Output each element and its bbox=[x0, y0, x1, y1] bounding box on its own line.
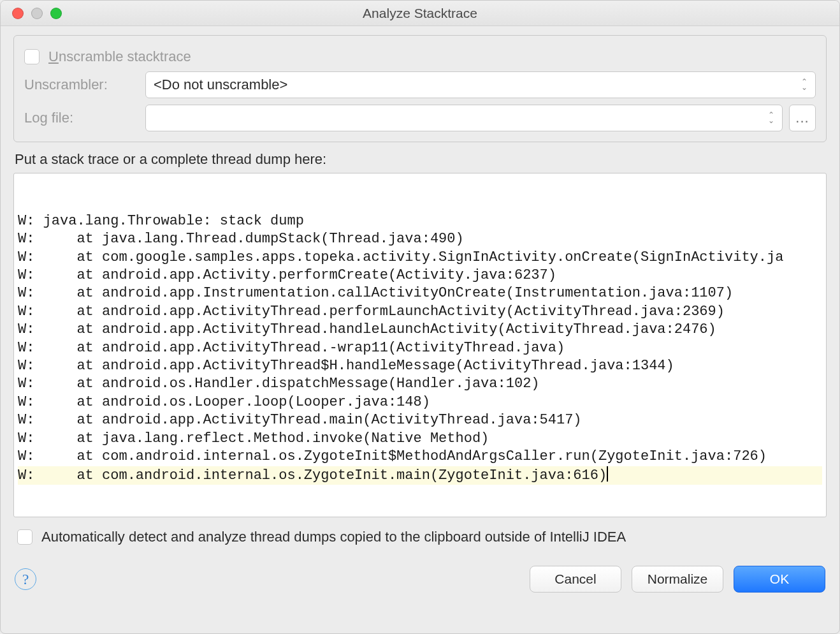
stacktrace-line: W: at android.app.ActivityThread.main(Ac… bbox=[18, 411, 822, 429]
stacktrace-line: W: at java.lang.Thread.dumpStack(Thread.… bbox=[18, 230, 822, 248]
stacktrace-line: W: at android.os.Looper.loop(Looper.java… bbox=[18, 394, 822, 411]
normalize-button[interactable]: Normalize bbox=[632, 566, 723, 593]
dialog-footer: ? Cancel Normalize OK bbox=[1, 557, 839, 593]
stacktrace-line: W: java.lang.Throwable: stack dump bbox=[18, 212, 822, 230]
browse-button[interactable]: ... bbox=[789, 105, 816, 131]
auto-detect-label: Automatically detect and analyze thread … bbox=[41, 529, 626, 545]
stacktrace-line: W: at java.lang.reflect.Method.invoke(Na… bbox=[18, 430, 822, 448]
stacktrace-line: W: at android.app.Activity.performCreate… bbox=[18, 267, 822, 284]
options-panel: Unscramble stacktrace Unscrambler: <Do n… bbox=[13, 35, 827, 142]
text-cursor bbox=[607, 466, 608, 482]
stacktrace-textarea[interactable]: W: java.lang.Throwable: stack dumpW: at … bbox=[13, 173, 827, 517]
unscrambler-value: <Do not unscramble> bbox=[154, 77, 287, 93]
stacktrace-line: W: at android.app.Instrumentation.callAc… bbox=[18, 284, 822, 302]
window-title: Analyze Stacktrace bbox=[1, 6, 839, 21]
logfile-input[interactable]: ⌃⌄ bbox=[145, 105, 783, 131]
unscramble-label: Unscramble stacktrace bbox=[48, 48, 191, 65]
stacktrace-line: W: at android.os.Handler.dispatchMessage… bbox=[18, 375, 822, 393]
unscrambler-label: Unscrambler: bbox=[24, 77, 145, 93]
logfile-label: Log file: bbox=[24, 110, 145, 126]
stacktrace-hint: Put a stack trace or a complete thread d… bbox=[15, 151, 825, 168]
cancel-button[interactable]: Cancel bbox=[530, 566, 621, 593]
stacktrace-line: W: at com.android.internal.os.ZygoteInit… bbox=[18, 448, 822, 466]
stacktrace-line: W: at android.app.ActivityThread.perform… bbox=[18, 303, 822, 321]
stacktrace-line: W: at com.google.samples.apps.topeka.act… bbox=[18, 249, 822, 267]
chevron-updown-icon: ⌃⌄ bbox=[801, 79, 807, 91]
unscrambler-select[interactable]: <Do not unscramble> ⌃⌄ bbox=[145, 71, 816, 98]
help-button[interactable]: ? bbox=[15, 568, 36, 590]
ok-button[interactable]: OK bbox=[734, 566, 825, 593]
titlebar: Analyze Stacktrace bbox=[1, 1, 839, 26]
stacktrace-line: W: at com.android.internal.os.ZygoteInit… bbox=[18, 466, 822, 485]
auto-detect-checkbox[interactable] bbox=[17, 529, 33, 545]
stacktrace-line: W: at android.app.ActivityThread.-wrap11… bbox=[18, 339, 822, 357]
unscramble-checkbox[interactable] bbox=[24, 49, 40, 64]
stacktrace-line: W: at android.app.ActivityThread.handleL… bbox=[18, 321, 822, 339]
chevron-updown-icon: ⌃⌄ bbox=[768, 112, 774, 124]
stacktrace-line: W: at android.app.ActivityThread$H.handl… bbox=[18, 357, 822, 375]
